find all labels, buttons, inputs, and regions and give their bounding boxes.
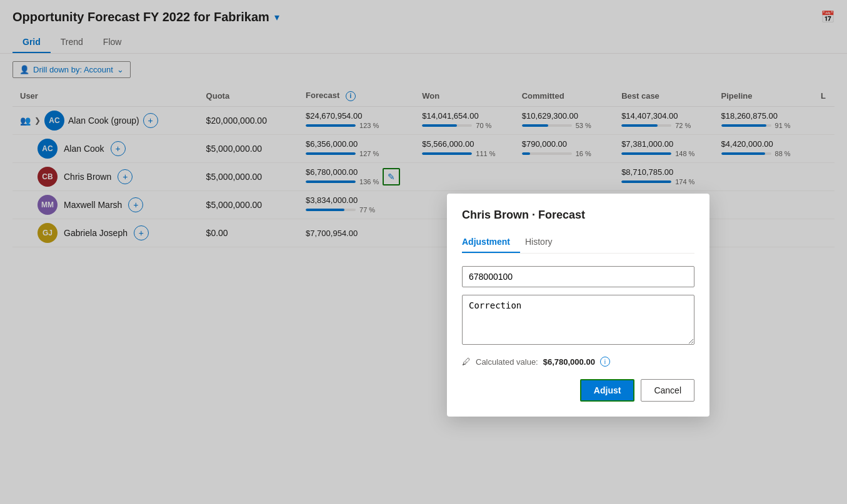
forecast-adjustment-modal: Chris Brown · Forecast Adjustment Histor… (447, 194, 709, 417)
modal-actions: Adjust Cancel (462, 379, 694, 402)
calculated-info-icon[interactable]: i (600, 357, 610, 367)
calculator-icon: 🖊 (462, 357, 471, 367)
modal-overlay (0, 0, 847, 504)
calculated-value: $6,780,000.00 (543, 357, 595, 367)
calculated-value-row: 🖊 Calculated value: $6,780,000.00 i (462, 357, 694, 367)
adjust-button[interactable]: Adjust (580, 379, 635, 402)
calculated-label: Calculated value: (476, 357, 538, 367)
modal-title: Chris Brown · Forecast (462, 209, 694, 222)
tab-adjustment[interactable]: Adjustment (462, 232, 520, 253)
tab-history[interactable]: History (525, 232, 563, 253)
cancel-button[interactable]: Cancel (641, 379, 694, 402)
adjustment-value-input[interactable] (462, 266, 694, 287)
modal-tabs: Adjustment History (462, 232, 694, 254)
app-container: 📅 Opportunity Forecast FY 2022 for Fabri… (0, 0, 847, 504)
adjustment-note-textarea[interactable]: Correction (462, 295, 694, 345)
